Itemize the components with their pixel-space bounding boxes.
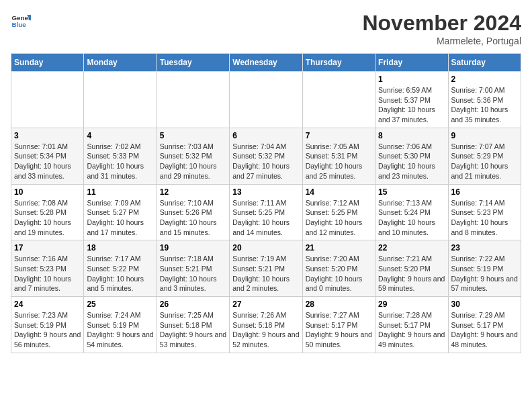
sunset: Sunset: 5:31 PM xyxy=(306,152,358,160)
sunset: Sunset: 5:25 PM xyxy=(232,208,285,216)
calendar-cell: 1 Sunrise: 6:59 AM Sunset: 5:37 PM Dayli… xyxy=(375,72,448,128)
daylight: Daylight: 10 hours and 8 minutes. xyxy=(451,218,508,236)
day-info: Sunrise: 7:08 AM Sunset: 5:28 PM Dayligh… xyxy=(14,198,81,238)
sunrise: Sunrise: 7:03 AM xyxy=(160,142,214,150)
day-info: Sunrise: 7:04 AM Sunset: 5:32 PM Dayligh… xyxy=(232,142,299,181)
sunset: Sunset: 5:20 PM xyxy=(306,265,358,273)
calendar-cell: 9 Sunrise: 7:07 AM Sunset: 5:29 PM Dayli… xyxy=(448,128,521,184)
header-wednesday: Wednesday xyxy=(230,54,302,72)
day-number: 20 xyxy=(232,243,299,253)
calendar-cell: 23 Sunrise: 7:22 AM Sunset: 5:19 PM Dayl… xyxy=(448,240,521,297)
day-number: 5 xyxy=(160,131,226,140)
calendar-cell: 11 Sunrise: 7:09 AM Sunset: 5:27 PM Dayl… xyxy=(84,184,157,240)
title-block: November 2024 Marmelete, Portugal xyxy=(362,11,521,46)
daylight: Daylight: 10 hours and 31 minutes. xyxy=(87,162,144,180)
day-number: 22 xyxy=(378,243,445,253)
sunrise: Sunrise: 7:17 AM xyxy=(87,255,140,263)
calendar-header-row: Sunday Monday Tuesday Wednesday Thursday… xyxy=(11,54,521,72)
calendar-cell: 30 Sunrise: 7:29 AM Sunset: 5:17 PM Dayl… xyxy=(448,297,521,353)
day-info: Sunrise: 7:01 AM Sunset: 5:34 PM Dayligh… xyxy=(14,142,81,181)
sunset: Sunset: 5:33 PM xyxy=(87,152,139,160)
calendar-cell: 18 Sunrise: 7:17 AM Sunset: 5:22 PM Dayl… xyxy=(84,240,157,297)
calendar-cell: 12 Sunrise: 7:10 AM Sunset: 5:26 PM Dayl… xyxy=(157,184,229,240)
day-info: Sunrise: 7:11 AM Sunset: 5:25 PM Dayligh… xyxy=(232,198,299,238)
day-number: 21 xyxy=(306,243,372,253)
daylight: Daylight: 10 hours and 15 minutes. xyxy=(160,218,217,236)
sunrise: Sunrise: 7:02 AM xyxy=(87,142,140,150)
calendar-cell: 4 Sunrise: 7:02 AM Sunset: 5:33 PM Dayli… xyxy=(84,128,157,184)
week-row-2: 10 Sunrise: 7:08 AM Sunset: 5:28 PM Dayl… xyxy=(11,184,521,240)
daylight: Daylight: 10 hours and 27 minutes. xyxy=(232,162,290,180)
daylight: Daylight: 10 hours and 23 minutes. xyxy=(378,162,435,180)
sunset: Sunset: 5:22 PM xyxy=(87,265,139,273)
sunrise: Sunrise: 7:18 AM xyxy=(160,255,214,263)
calendar-cell: 14 Sunrise: 7:12 AM Sunset: 5:25 PM Dayl… xyxy=(302,184,375,240)
sunset: Sunset: 5:19 PM xyxy=(451,265,504,273)
calendar-cell: 15 Sunrise: 7:13 AM Sunset: 5:24 PM Dayl… xyxy=(375,184,448,240)
sunrise: Sunrise: 7:29 AM xyxy=(451,311,505,319)
header-friday: Friday xyxy=(375,54,448,72)
sunset: Sunset: 5:21 PM xyxy=(160,265,212,273)
location: Marmelete, Portugal xyxy=(362,36,521,46)
daylight: Daylight: 10 hours and 12 minutes. xyxy=(306,218,363,236)
day-info: Sunrise: 7:21 AM Sunset: 5:20 PM Dayligh… xyxy=(378,254,445,293)
day-number: 4 xyxy=(87,131,153,140)
calendar-cell xyxy=(84,72,157,128)
daylight: Daylight: 10 hours and 37 minutes. xyxy=(378,105,435,124)
week-row-3: 17 Sunrise: 7:16 AM Sunset: 5:23 PM Dayl… xyxy=(11,240,521,297)
sunset: Sunset: 5:28 PM xyxy=(14,208,66,216)
day-info: Sunrise: 7:22 AM Sunset: 5:19 PM Dayligh… xyxy=(451,254,518,293)
header-sunday: Sunday xyxy=(11,54,84,72)
daylight: Daylight: 9 hours and 57 minutes. xyxy=(451,275,518,293)
week-row-0: 1 Sunrise: 6:59 AM Sunset: 5:37 PM Dayli… xyxy=(11,72,521,128)
daylight: Daylight: 10 hours and 29 minutes. xyxy=(160,162,217,180)
day-number: 8 xyxy=(378,131,445,140)
daylight: Daylight: 10 hours and 17 minutes. xyxy=(87,218,144,236)
calendar-cell: 13 Sunrise: 7:11 AM Sunset: 5:25 PM Dayl… xyxy=(230,184,302,240)
sunrise: Sunrise: 7:26 AM xyxy=(232,311,286,319)
sunrise: Sunrise: 7:28 AM xyxy=(378,311,432,319)
daylight: Daylight: 10 hours and 14 minutes. xyxy=(232,218,290,236)
sunrise: Sunrise: 7:19 AM xyxy=(232,255,286,263)
sunset: Sunset: 5:19 PM xyxy=(87,321,139,329)
day-number: 28 xyxy=(306,300,372,309)
day-number: 3 xyxy=(14,131,81,140)
daylight: Daylight: 10 hours and 19 minutes. xyxy=(14,218,71,236)
calendar-cell: 16 Sunrise: 7:14 AM Sunset: 5:23 PM Dayl… xyxy=(448,184,521,240)
sunset: Sunset: 5:21 PM xyxy=(232,265,285,273)
logo-icon: General Blue xyxy=(11,11,31,31)
day-info: Sunrise: 7:16 AM Sunset: 5:23 PM Dayligh… xyxy=(14,254,81,293)
header-tuesday: Tuesday xyxy=(157,54,229,72)
day-info: Sunrise: 7:10 AM Sunset: 5:26 PM Dayligh… xyxy=(160,198,226,238)
sunset: Sunset: 5:18 PM xyxy=(160,321,212,329)
sunrise: Sunrise: 7:05 AM xyxy=(306,142,359,150)
day-number: 16 xyxy=(451,187,518,197)
week-row-4: 24 Sunrise: 7:23 AM Sunset: 5:19 PM Dayl… xyxy=(11,297,521,353)
calendar-cell: 21 Sunrise: 7:20 AM Sunset: 5:20 PM Dayl… xyxy=(302,240,375,297)
sunrise: Sunrise: 7:22 AM xyxy=(451,255,505,263)
day-number: 14 xyxy=(306,187,372,197)
calendar-cell: 2 Sunrise: 7:00 AM Sunset: 5:36 PM Dayli… xyxy=(448,72,521,128)
calendar-cell: 20 Sunrise: 7:19 AM Sunset: 5:21 PM Dayl… xyxy=(230,240,302,297)
daylight: Daylight: 9 hours and 59 minutes. xyxy=(378,275,445,293)
calendar-cell: 5 Sunrise: 7:03 AM Sunset: 5:32 PM Dayli… xyxy=(157,128,229,184)
day-number: 18 xyxy=(87,243,153,253)
day-info: Sunrise: 7:18 AM Sunset: 5:21 PM Dayligh… xyxy=(160,254,226,293)
day-number: 24 xyxy=(14,300,81,309)
sunrise: Sunrise: 7:06 AM xyxy=(378,142,432,150)
day-info: Sunrise: 7:07 AM Sunset: 5:29 PM Dayligh… xyxy=(451,142,518,181)
sunrise: Sunrise: 7:21 AM xyxy=(378,255,432,263)
day-info: Sunrise: 6:59 AM Sunset: 5:37 PM Dayligh… xyxy=(378,85,445,125)
day-number: 26 xyxy=(160,300,226,309)
sunrise: Sunrise: 7:27 AM xyxy=(306,311,359,319)
daylight: Daylight: 9 hours and 48 minutes. xyxy=(451,330,518,349)
calendar-cell: 22 Sunrise: 7:21 AM Sunset: 5:20 PM Dayl… xyxy=(375,240,448,297)
day-info: Sunrise: 7:26 AM Sunset: 5:18 PM Dayligh… xyxy=(232,310,299,350)
calendar-cell: 7 Sunrise: 7:05 AM Sunset: 5:31 PM Dayli… xyxy=(302,128,375,184)
sunset: Sunset: 5:24 PM xyxy=(378,208,431,216)
sunset: Sunset: 5:23 PM xyxy=(451,208,504,216)
calendar-cell: 19 Sunrise: 7:18 AM Sunset: 5:21 PM Dayl… xyxy=(157,240,229,297)
sunset: Sunset: 5:29 PM xyxy=(451,152,504,160)
daylight: Daylight: 9 hours and 52 minutes. xyxy=(232,330,299,349)
calendar-cell: 25 Sunrise: 7:24 AM Sunset: 5:19 PM Dayl… xyxy=(84,297,157,353)
